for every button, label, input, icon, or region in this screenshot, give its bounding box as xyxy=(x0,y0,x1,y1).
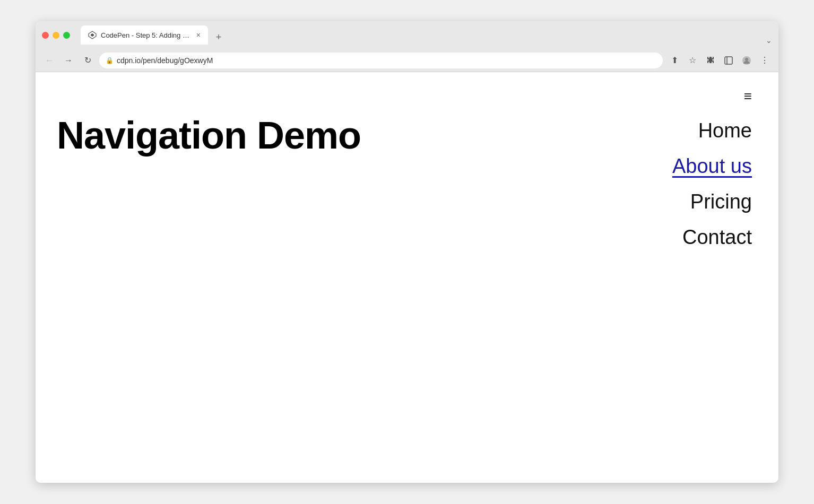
active-tab[interactable]: CodePen - Step 5: Adding a bu × xyxy=(81,25,208,45)
tab-chevron-icon[interactable]: ⌄ xyxy=(766,36,772,45)
url-text: cdpn.io/pen/debug/gOexwyM xyxy=(117,56,656,65)
toolbar-icons: ⬆ ☆ ⋮ xyxy=(667,53,772,68)
svg-marker-1 xyxy=(91,33,94,37)
svg-rect-2 xyxy=(725,57,732,64)
bookmark-button[interactable]: ☆ xyxy=(685,53,700,68)
extensions-button[interactable] xyxy=(703,53,718,68)
page-content: Navigation Demo ≡ Home About us Pricing … xyxy=(36,72,778,483)
nav-item-pricing[interactable]: Pricing xyxy=(672,184,752,220)
reload-button[interactable]: ↻ xyxy=(80,53,95,68)
tab-close-button[interactable]: × xyxy=(196,31,201,39)
tab-bar: CodePen - Step 5: Adding a bu × + ⌄ xyxy=(81,25,772,45)
traffic-light-green[interactable] xyxy=(63,32,70,39)
new-tab-button[interactable]: + xyxy=(211,30,226,45)
nav-item-about[interactable]: About us xyxy=(672,149,752,184)
title-bar: CodePen - Step 5: Adding a bu × + ⌄ xyxy=(36,21,778,49)
profile-button[interactable] xyxy=(739,53,754,68)
traffic-light-red[interactable] xyxy=(42,32,49,39)
address-bar[interactable]: 🔒 cdpn.io/pen/debug/gOexwyM xyxy=(99,53,663,68)
traffic-light-yellow[interactable] xyxy=(53,32,59,39)
nav-item-contact[interactable]: Contact xyxy=(672,220,752,255)
svg-point-5 xyxy=(745,58,748,61)
address-bar-row: ← → ↻ 🔒 cdpn.io/pen/debug/gOexwyM ⬆ ☆ xyxy=(36,49,778,72)
sidebar-icon xyxy=(724,56,733,65)
extensions-icon xyxy=(706,56,715,65)
share-button[interactable]: ⬆ xyxy=(667,53,682,68)
forward-button[interactable]: → xyxy=(61,53,76,68)
hamburger-icon[interactable]: ≡ xyxy=(744,88,752,105)
browser-window: CodePen - Step 5: Adding a bu × + ⌄ ← → … xyxy=(36,21,778,483)
lock-icon: 🔒 xyxy=(106,57,114,64)
page-title: Navigation Demo xyxy=(57,115,361,157)
navigation-sidebar: ≡ Home About us Pricing Contact xyxy=(672,88,752,255)
sidebar-toggle-button[interactable] xyxy=(721,53,736,68)
profile-icon xyxy=(742,56,751,65)
back-button[interactable]: ← xyxy=(42,53,57,68)
nav-item-home[interactable]: Home xyxy=(672,113,752,149)
traffic-lights xyxy=(42,32,70,39)
tab-favicon-icon xyxy=(88,31,97,39)
more-button[interactable]: ⋮ xyxy=(757,53,772,68)
tab-title: CodePen - Step 5: Adding a bu xyxy=(101,31,192,39)
